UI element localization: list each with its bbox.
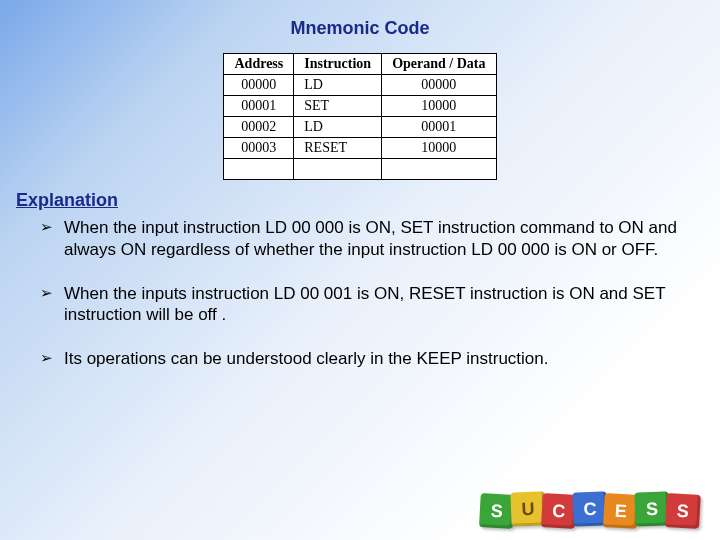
mnemonic-table-wrap: Address Instruction Operand / Data 00000… (0, 53, 720, 180)
page-title: Mnemonic Code (0, 0, 720, 39)
cell-address: 00002 (224, 117, 294, 138)
cell-operand (382, 159, 496, 180)
mnemonic-table: Address Instruction Operand / Data 00000… (223, 53, 496, 180)
cell-address: 00000 (224, 75, 294, 96)
cell-instruction (294, 159, 382, 180)
table-row: 00002 LD 00001 (224, 117, 496, 138)
cell-address: 00003 (224, 138, 294, 159)
explanation-list: When the input instruction LD 00 000 is … (40, 217, 680, 370)
block-letter: E (603, 493, 639, 529)
cell-instruction: LD (294, 75, 382, 96)
cell-instruction: LD (294, 117, 382, 138)
table-row (224, 159, 496, 180)
table-row: 00003 RESET 10000 (224, 138, 496, 159)
col-operand: Operand / Data (382, 54, 496, 75)
cell-operand: 00000 (382, 75, 496, 96)
table-row: 00001 SET 10000 (224, 96, 496, 117)
block-letter: S (665, 493, 701, 529)
list-item: When the inputs instruction LD 00 001 is… (40, 283, 680, 327)
success-blocks-icon: S U C C E S S (483, 492, 700, 526)
cell-operand: 10000 (382, 96, 496, 117)
cell-address (224, 159, 294, 180)
cell-operand: 10000 (382, 138, 496, 159)
list-item: When the input instruction LD 00 000 is … (40, 217, 680, 261)
cell-address: 00001 (224, 96, 294, 117)
cell-operand: 00001 (382, 117, 496, 138)
col-instruction: Instruction (294, 54, 382, 75)
cell-instruction: SET (294, 96, 382, 117)
col-address: Address (224, 54, 294, 75)
table-row: 00000 LD 00000 (224, 75, 496, 96)
explanation-heading: Explanation (16, 190, 720, 211)
cell-instruction: RESET (294, 138, 382, 159)
table-header-row: Address Instruction Operand / Data (224, 54, 496, 75)
list-item: Its operations can be understood clearly… (40, 348, 680, 370)
block-letter: S (479, 493, 515, 529)
block-letter: C (541, 493, 577, 529)
